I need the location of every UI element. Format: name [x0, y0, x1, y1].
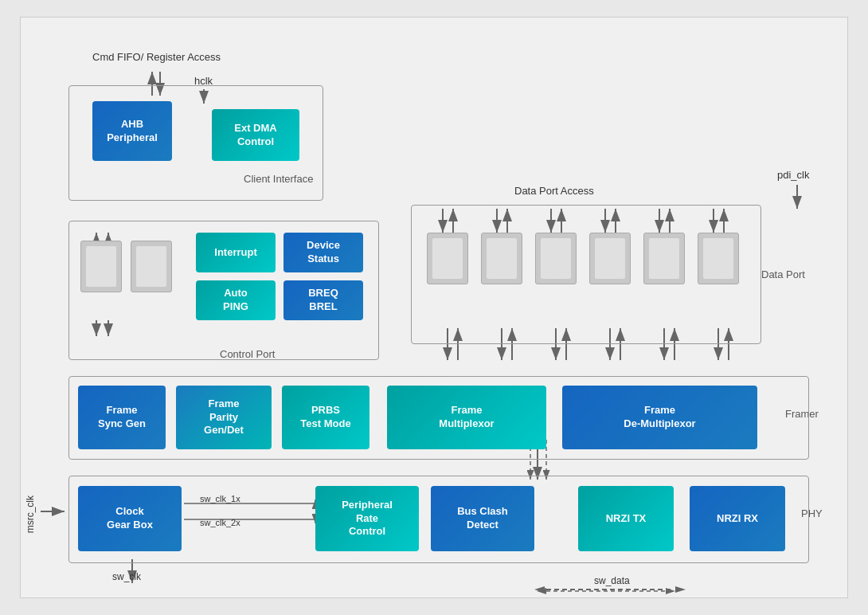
data-port-box-3 — [535, 233, 577, 284]
svg-marker-47 — [666, 588, 675, 594]
frame-sync-gen-box: Frame Sync Gen — [78, 386, 166, 449]
cmd-fifo-label: Cmd FIFO/ Register Access — [92, 51, 221, 63]
frame-mux-box: Frame Multiplexor — [387, 386, 546, 449]
data-port-access-label: Data Port Access — [514, 185, 594, 197]
device-status-box: Device Status — [283, 233, 363, 272]
control-port-box-2 — [131, 241, 172, 292]
data-port-box-4 — [589, 233, 631, 284]
ext-dma-box: Ext DMA Control — [212, 109, 299, 161]
sw-clk-label: sw_clk — [112, 571, 141, 582]
interrupt-box: Interrupt — [196, 233, 276, 272]
data-port-label: Data Port — [761, 268, 805, 280]
bus-clash-box: Bus Clash Detect — [431, 486, 534, 551]
peripheral-rate-box: Peripheral Rate Control — [315, 486, 419, 551]
msrc-clk-label: msrc_clk — [25, 496, 36, 533]
auto-ping-box: Auto PING — [196, 280, 276, 320]
frame-demux-box: Frame De-Multiplexor — [562, 386, 757, 449]
clock-gear-box: Clock Gear Box — [78, 486, 182, 551]
pdi-clk-label: pdi_clk — [777, 169, 809, 181]
breq-brel-box: BREQ BREL — [283, 280, 363, 320]
svg-marker-51 — [675, 586, 686, 593]
data-port-box-5 — [643, 233, 685, 284]
control-port-box-1 — [80, 241, 122, 292]
sw-data-label: sw_data — [594, 575, 630, 586]
prbs-test-box: PRBS Test Mode — [282, 386, 369, 449]
data-port-box-1 — [427, 233, 468, 284]
nrzi-tx-box: NRZI TX — [578, 486, 674, 551]
frame-parity-box: Frame Parity Gen/Det — [176, 386, 272, 449]
svg-marker-50 — [534, 586, 545, 593]
data-port-box-6 — [698, 233, 739, 284]
svg-marker-46 — [537, 588, 546, 594]
nrzi-rx-box: NRZI RX — [690, 486, 785, 551]
diagram-container: Cmd FIFO/ Register Access hclk Client In… — [20, 17, 848, 598]
ahb-peripheral-box: AHB Peripheral — [92, 101, 172, 161]
data-port-box-2 — [481, 233, 522, 284]
